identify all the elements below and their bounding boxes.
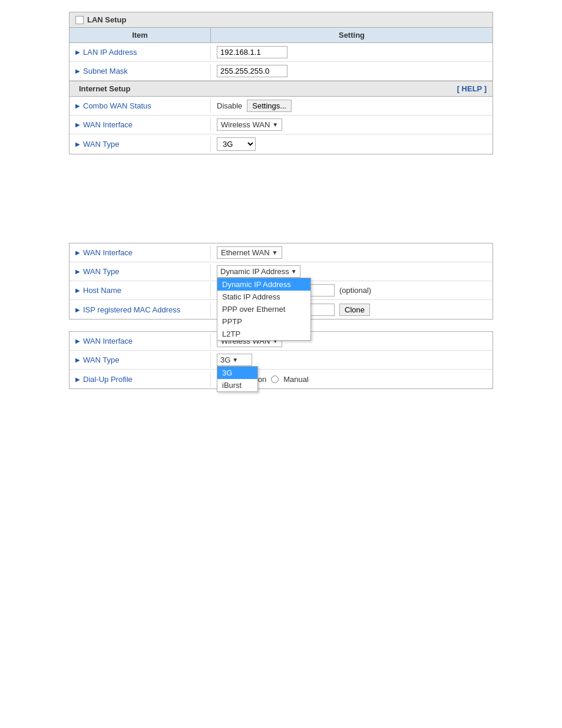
combo-wan-setting: Disable Settings...: [211, 97, 492, 115]
wan-type-select-box-eth[interactable]: Dynamic IP Address ▼: [217, 265, 300, 278]
wireless-type-item-iburst[interactable]: iBurst: [217, 379, 257, 391]
wan-interface-label-wireless: ▶ WAN Interface: [70, 334, 211, 348]
ethernet-section: ▶ WAN Interface Ethernet WAN ▼ ▶ WAN Typ…: [69, 243, 493, 319]
wan-type-item-dynamic[interactable]: Dynamic IP Address: [217, 278, 310, 291]
wan-type-setting-top: 3G iBurst: [211, 134, 492, 154]
col-setting-header: Setting: [211, 28, 492, 42]
wan-interface-row-top: ▶ WAN Interface Wireless WAN ▼: [70, 116, 492, 134]
settings-button[interactable]: Settings...: [247, 100, 292, 112]
wireless-wan-type-menu: 3G iBurst: [217, 366, 258, 392]
wan-type-label-wireless: ▶ WAN Type: [70, 353, 211, 367]
lan-setup-title: LAN Setup: [87, 15, 126, 24]
help-link[interactable]: [ HELP ]: [457, 84, 487, 93]
wan-type-dropdown-wireless[interactable]: 3G ▼ 3G iBurst: [217, 354, 252, 366]
wan-interface-dropdown-eth[interactable]: Ethernet WAN ▼: [217, 246, 282, 259]
wan-type-select-box-wireless[interactable]: 3G ▼: [217, 354, 252, 366]
wan-type-row-wireless: ▶ WAN Type 3G ▼ 3G iBurst: [70, 351, 492, 370]
wan-interface-dropdown-top[interactable]: Wireless WAN ▼: [217, 118, 282, 131]
wan-type-menu-eth: Dynamic IP Address Static IP Address PPP…: [217, 278, 311, 341]
wan-type-arrow-eth: ▶: [75, 268, 80, 275]
dialup-profile-label: ▶ Dial-Up Profile: [70, 372, 211, 387]
wan-type-arrow-icon-eth: ▼: [291, 268, 297, 275]
wan-interface-label-top: ▶ WAN Interface: [70, 117, 211, 132]
lan-setup-checkbox[interactable]: [75, 16, 84, 24]
subnet-mask-label: ▶ Subnet Mask: [70, 64, 211, 78]
host-name-arrow: ▶: [75, 287, 80, 294]
wan-type-arrow-wireless: ▶: [75, 357, 80, 363]
wan-interface-arrow-wireless: ▶: [75, 338, 80, 344]
column-headers: Item Setting: [70, 28, 492, 43]
internet-header-left: Internet Setup: [75, 84, 130, 93]
wan-type-select-top[interactable]: 3G iBurst: [217, 137, 256, 151]
wan-type-setting-wireless: 3G ▼ 3G iBurst: [211, 351, 492, 369]
wan-type-value-wireless: 3G: [220, 355, 230, 364]
combo-wan-row: ▶ Combo WAN Status Disable Settings...: [70, 97, 492, 116]
wan-type-item-pppoe[interactable]: PPP over Ethernet: [217, 303, 310, 315]
wan-interface-row-eth: ▶ WAN Interface Ethernet WAN ▼: [70, 243, 492, 262]
wan-type-item-pptp[interactable]: PPTP: [217, 315, 310, 328]
wan-type-arrow-top: ▶: [75, 141, 80, 147]
top-section: LAN Setup Item Setting ▶ LAN IP Address …: [69, 12, 493, 154]
wan-interface-value-eth: Ethernet WAN: [221, 248, 270, 257]
lan-ip-input[interactable]: [217, 46, 287, 58]
host-name-optional: (optional): [339, 286, 371, 295]
dialup-profile-row: ▶ Dial-Up Profile iBurst etection Manual: [70, 370, 492, 388]
isp-mac-label: ▶ ISP registered MAC Address: [70, 302, 211, 317]
lan-ip-setting: [211, 43, 492, 61]
wan-type-label-eth: ▶ WAN Type: [70, 264, 211, 279]
wan-type-value-eth: Dynamic IP Address: [220, 267, 289, 276]
lan-ip-arrow: ▶: [75, 49, 80, 55]
wan-type-row-top: ▶ WAN Type 3G iBurst: [70, 134, 492, 154]
wan-interface-value-top: Wireless WAN: [221, 120, 270, 129]
wan-type-setting-eth: Dynamic IP Address ▼ Dynamic IP Address …: [211, 262, 492, 281]
lan-ip-label: ▶ LAN IP Address: [70, 45, 211, 60]
wan-type-item-l2tp[interactable]: L2TP: [217, 328, 310, 340]
lan-setup-header: LAN Setup: [70, 12, 492, 28]
wan-type-item-static[interactable]: Static IP Address: [217, 291, 310, 303]
subnet-mask-input[interactable]: [217, 65, 287, 77]
lan-ip-row: ▶ LAN IP Address: [70, 43, 492, 62]
wan-type-dropdown-eth[interactable]: Dynamic IP Address ▼ Dynamic IP Address …: [217, 265, 300, 278]
host-name-label: ▶ Host Name: [70, 283, 211, 298]
isp-mac-arrow: ▶: [75, 307, 80, 313]
wan-interface-setting-top: Wireless WAN ▼: [211, 116, 492, 134]
wan-interface-arrow-top: ▶: [75, 121, 80, 128]
combo-wan-arrow: ▶: [75, 103, 80, 109]
clone-button[interactable]: Clone: [339, 304, 370, 316]
page-wrapper: LAN Setup Item Setting ▶ LAN IP Address …: [12, 12, 550, 389]
wan-type-label-top: ▶ WAN Type: [70, 137, 211, 151]
wireless-type-item-3g[interactable]: 3G: [217, 367, 257, 379]
manual-radio[interactable]: [271, 375, 279, 383]
wan-interface-setting-eth: Ethernet WAN ▼: [211, 243, 492, 262]
wan-interface-arrow-eth: ▶: [75, 249, 80, 256]
manual-label: Manual: [283, 375, 309, 384]
wan-type-row-eth: ▶ WAN Type Dynamic IP Address ▼ Dynamic …: [70, 262, 492, 281]
dialup-profile-arrow: ▶: [75, 376, 80, 383]
combo-wan-label: ▶ Combo WAN Status: [70, 98, 211, 113]
internet-setup-title: Internet Setup: [79, 84, 130, 93]
subnet-mask-row: ▶ Subnet Mask: [70, 62, 492, 81]
combo-wan-disable: Disable: [217, 101, 242, 110]
subnet-mask-setting: [211, 62, 492, 80]
col-item-header: Item: [70, 28, 211, 42]
internet-setup-header: Internet Setup [ HELP ]: [70, 81, 492, 97]
subnet-mask-arrow: ▶: [75, 68, 80, 74]
wan-interface-dropdown-arrow-eth: ▼: [272, 249, 278, 256]
wan-interface-arrow-icon-top: ▼: [272, 121, 278, 128]
wan-type-arrow-icon-wireless: ▼: [232, 357, 238, 363]
wan-interface-label-eth: ▶ WAN Interface: [70, 245, 211, 260]
